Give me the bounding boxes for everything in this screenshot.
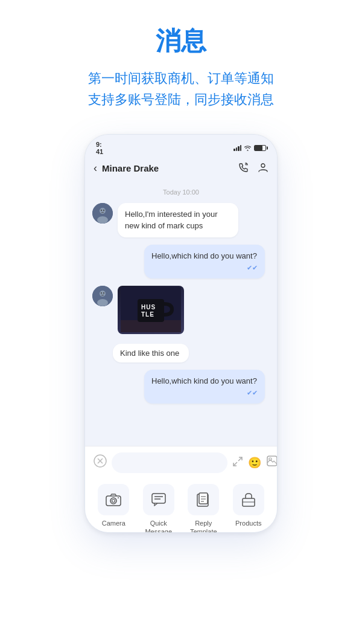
page-header: 消息 第一时间获取商机、订单等通知 支持多账号登陆，同步接收消息: [0, 0, 362, 116]
phone-call-icon[interactable]: [238, 162, 249, 175]
expand-icon[interactable]: [232, 456, 243, 469]
signal-icon: [233, 145, 241, 151]
products-label: Products: [235, 519, 261, 527]
svg-point-24: [110, 498, 116, 504]
camera-tool[interactable]: Camera: [98, 484, 129, 533]
svg-point-7: [100, 291, 106, 297]
wifi-icon: [244, 144, 252, 152]
contact-name: Minare Drake: [102, 163, 159, 173]
quick-message-icon-box: [143, 484, 174, 515]
svg-point-10: [103, 292, 104, 294]
chat-timestamp: Today 10:00: [92, 188, 270, 196]
status-icons: [233, 144, 266, 152]
products-tool[interactable]: Products: [233, 484, 264, 533]
svg-text:HUS: HUS: [141, 304, 156, 311]
svg-point-26: [118, 497, 119, 498]
svg-point-0: [261, 164, 265, 167]
quick-message-tool[interactable]: QuickMessage: [143, 484, 174, 533]
image-attach-button[interactable]: [266, 455, 278, 470]
page-subtitle: 第一时间获取商机、订单等通知 支持多账号登陆，同步接收消息: [12, 68, 350, 110]
battery-icon: [254, 145, 266, 151]
emoji-button[interactable]: 🙂: [248, 456, 261, 469]
message-row: Hello,which kind do you want? ✔✔: [92, 370, 270, 404]
avatar: [92, 203, 113, 224]
chat-header: ‹ Minare Drake: [85, 158, 277, 180]
svg-point-8: [97, 299, 108, 306]
camera-icon-box: [98, 484, 129, 515]
svg-text:TLE: TLE: [141, 311, 154, 318]
subtitle-line1: 第一时间获取商机、订单等通知: [12, 68, 350, 89]
message-bubble: Hello,I'm interested in your new kind of…: [118, 203, 238, 237]
chat-image: HUS TLE: [118, 286, 184, 334]
svg-rect-27: [152, 494, 165, 503]
status-time: 9: 41: [96, 141, 103, 155]
back-button[interactable]: ‹: [94, 162, 97, 175]
page-container: 消息 第一时间获取商机、订单等通知 支持多账号登陆，同步接收消息 9: 41: [0, 0, 362, 533]
input-cancel-button[interactable]: [94, 454, 107, 471]
svg-point-9: [101, 292, 102, 294]
quick-message-label: QuickMessage: [145, 519, 172, 533]
svg-rect-31: [199, 493, 208, 504]
image-caption: Kind like this one: [113, 344, 189, 362]
svg-point-5: [103, 210, 104, 211]
camera-label: Camera: [102, 519, 125, 527]
toolbar: Camera QuickMessage: [85, 477, 277, 533]
message-bubble-sent: Hello,which kind do you want? ✔✔: [144, 370, 265, 404]
reply-template-icon-box: [188, 484, 219, 515]
reply-template-tool[interactable]: ReplyTemplate: [188, 484, 219, 533]
svg-line-20: [233, 462, 237, 466]
profile-icon[interactable]: [258, 162, 268, 175]
svg-point-2: [100, 208, 106, 214]
chat-content: Today 10:00: [85, 180, 277, 533]
reply-template-label: ReplyTemplate: [190, 519, 217, 533]
phone-mockup: 9: 41: [84, 134, 278, 533]
message-input[interactable]: [112, 452, 227, 473]
svg-rect-13: [138, 299, 164, 322]
message-bubble-sent: Hello,which kind do you want? ✔✔: [144, 245, 265, 279]
message-row: Hello,which kind do you want? ✔✔: [92, 245, 270, 279]
input-row: 🙂: [94, 452, 268, 473]
status-bar: 9: 41: [85, 135, 277, 158]
svg-point-25: [112, 499, 115, 502]
message-row: Hello,I'm interested in your new kind of…: [92, 203, 270, 237]
svg-point-3: [97, 216, 108, 224]
svg-point-4: [101, 210, 102, 211]
page-title: 消息: [12, 24, 350, 58]
input-area: 🙂: [85, 446, 277, 477]
message-row-image: HUS TLE Kind like this one: [92, 286, 270, 362]
subtitle-line2: 支持多账号登陆，同步接收消息: [12, 89, 350, 110]
chat-body[interactable]: Today 10:00: [85, 180, 277, 446]
phone-wrapper: 9: 41: [0, 134, 362, 533]
products-icon-box: [233, 484, 264, 515]
svg-line-19: [238, 457, 242, 461]
avatar: [92, 286, 113, 306]
